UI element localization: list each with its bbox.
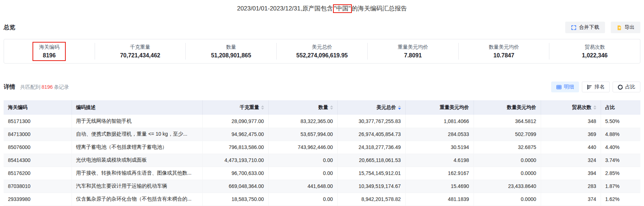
- cell-quantity: 53,657,994.00: [268, 128, 337, 141]
- cell-usd_avg_qty: 0.0000: [474, 154, 541, 167]
- stat-label: 千克重量: [130, 44, 150, 51]
- cell-desc: 汽车和其他主要设计用于运输的机动车辆: [72, 180, 202, 193]
- match-suffix: 条记录: [54, 84, 69, 90]
- cell-trade_count: 348: [541, 115, 601, 128]
- cell-usd_total: 10,349,519,174.67: [337, 180, 405, 193]
- cell-code: 84713000: [4, 128, 72, 141]
- cell-weight_kg: 96,700,633.00: [202, 167, 268, 180]
- sort-carets-icon[interactable]: [261, 105, 264, 110]
- cell-usd_avg_weight: 15.4690: [405, 180, 474, 193]
- cell-quantity: 83,322,365.00: [268, 115, 337, 128]
- column-label: 海关编码: [8, 104, 27, 111]
- tab-rank[interactable]: 排名: [582, 82, 610, 92]
- cell-usd_avg_qty: 364.5812: [474, 115, 541, 128]
- cell-ratio: 3.74%: [601, 154, 640, 167]
- stat-label: 数量: [226, 44, 236, 51]
- rank-bars-icon: [587, 84, 592, 90]
- cell-code: 85076000: [4, 141, 72, 154]
- column-header-weight_kg[interactable]: 千克重量: [202, 100, 268, 115]
- cell-desc: 光伏电池组装成模块或制成面板: [72, 154, 202, 167]
- cell-usd_avg_qty: 0.0000: [474, 193, 541, 206]
- cell-ratio: 1.87%: [601, 180, 640, 193]
- stat-label: 海关编码: [39, 44, 59, 51]
- stat-usd-total: 美元总价 552,274,096,619.95: [277, 43, 368, 60]
- sort-carets-icon[interactable]: [330, 105, 333, 110]
- cell-ratio: 4.40%: [601, 141, 640, 154]
- merge-icon: [571, 25, 576, 30]
- cell-weight_kg: 4,473,193,710.00: [202, 154, 268, 167]
- title-suffix: 的海关编码汇总报告: [352, 5, 407, 12]
- cell-usd_avg_qty: 32.6875: [474, 141, 541, 154]
- cell-ratio: 1.62%: [601, 193, 640, 206]
- export-icon: [617, 25, 622, 30]
- cell-usd_avg_qty: 23,433.8640: [474, 180, 541, 193]
- cell-usd_total: 15,754,145,912.01: [337, 167, 405, 180]
- column-label: 编码描述: [76, 104, 96, 111]
- cell-weight_kg: 28,090,977.00: [202, 115, 268, 128]
- tab-detail[interactable]: 明细: [551, 82, 579, 92]
- cell-code: 87038010: [4, 180, 72, 193]
- cell-code: 85414300: [4, 154, 72, 167]
- column-label: 千克重量: [240, 104, 259, 111]
- table-row: 85171300用于无线网络的智能手机28,090,977.0083,322,3…: [4, 115, 640, 128]
- column-header-quantity[interactable]: 数量: [268, 100, 337, 115]
- cell-usd_avg_weight: 30.5194: [405, 141, 474, 154]
- overview-header-row: 总览 合并下载 导出: [4, 22, 640, 33]
- cell-quantity: 743,962,446.00: [268, 141, 337, 154]
- stat-weight-kg: 千克重量 70,721,434,462: [95, 43, 186, 60]
- cell-usd_total: 30,377,767,255.83: [337, 115, 405, 128]
- column-label: 占比: [605, 104, 615, 111]
- column-label: 数量: [319, 104, 328, 111]
- cell-desc: 锂离子蓄电池（不包括废锂离子蓄电池）: [72, 141, 202, 154]
- stat-value: 552,274,096,619.95: [296, 52, 347, 59]
- sort-carets-icon[interactable]: [398, 105, 401, 110]
- cell-trade_count: 369: [541, 128, 601, 141]
- cell-quantity: 0.00: [268, 154, 337, 167]
- cell-weight_kg: 18,583,750.00: [202, 193, 268, 206]
- cell-desc: 自动、便携式数据处理机，重量 <= 10 kg，至少...: [72, 128, 202, 141]
- match-prefix: 共匹配到: [20, 84, 40, 90]
- cell-usd_avg_qty: 502.7099: [474, 128, 541, 141]
- cell-usd_avg_weight: 4.6198: [405, 154, 474, 167]
- cell-trade_count: 374: [541, 193, 601, 206]
- stat-usd-avg-qty: 数量美元均价 10.7847: [459, 43, 550, 60]
- cell-ratio: 2.85%: [601, 167, 640, 180]
- cell-desc: 仅含氮杂原子的杂环化合物（不包括含有未稠合的...: [72, 193, 202, 206]
- cell-trade_count: 394: [541, 167, 601, 180]
- cell-desc: 用于接收、转换和传输或再生语音、图像或其他数...: [72, 167, 202, 180]
- tab-label: 占比: [625, 84, 635, 90]
- cell-usd_avg_weight: 284.0533: [405, 128, 474, 141]
- stat-customs-code: 海关编码 8196: [4, 43, 95, 60]
- tab-ratio[interactable]: 占比: [613, 82, 640, 92]
- table-row: 87038010汽车和其他主要设计用于运输的机动车辆669,048,364.00…: [4, 180, 640, 193]
- stat-value: 1,022,346: [582, 52, 608, 59]
- cell-quantity: 0.00: [268, 193, 337, 206]
- cell-quantity: 441,648.00: [268, 180, 337, 193]
- stat-value: 8196: [43, 52, 56, 59]
- table-row: 85176200用于接收、转换和传输或再生语音、图像或其他数...96,700,…: [4, 167, 640, 180]
- cell-usd_total: 8,942,201,578.82: [337, 193, 405, 206]
- stat-value: 51,208,901,865: [211, 52, 251, 59]
- cell-code: 85171300: [4, 115, 72, 128]
- cell-weight_kg: 669,048,364.00: [202, 180, 268, 193]
- cell-usd_avg_qty: 0.0000: [474, 167, 541, 180]
- export-button[interactable]: 导出: [611, 22, 640, 33]
- table-header-row: 海关编码编码描述千克重量数量美元总价重量美元均价数量美元均价贸易次数占比: [4, 100, 640, 115]
- export-label: 导出: [624, 24, 635, 31]
- column-header-ratio: 占比: [601, 100, 640, 115]
- match-count: 8196: [40, 84, 54, 90]
- column-header-trade_count[interactable]: 贸易次数: [541, 100, 601, 115]
- merge-download-button[interactable]: 合并下载: [565, 22, 605, 33]
- column-header-desc: 编码描述: [72, 100, 202, 115]
- column-header-usd_total[interactable]: 美元总价: [337, 100, 405, 115]
- stat-usd-avg-weight: 重量美元均价 7.8091: [368, 43, 459, 60]
- merge-download-label: 合并下载: [579, 24, 599, 31]
- cell-usd_avg_weight: 162.9167: [405, 167, 474, 180]
- title-prefix: 2023/01/01-2023/12/31,原产国包含: [237, 5, 333, 12]
- column-header-usd_avg_weight: 重量美元均价: [405, 100, 474, 115]
- stat-label: 重量美元均价: [398, 44, 428, 51]
- cell-usd_total: 20,665,118,061.53: [337, 154, 405, 167]
- report-page: 2023/01/01-2023/12/31,原产国包含"中国"的海关编码汇总报告…: [0, 0, 644, 206]
- sort-carets-icon[interactable]: [593, 105, 596, 110]
- stat-label: 美元总价: [312, 44, 332, 51]
